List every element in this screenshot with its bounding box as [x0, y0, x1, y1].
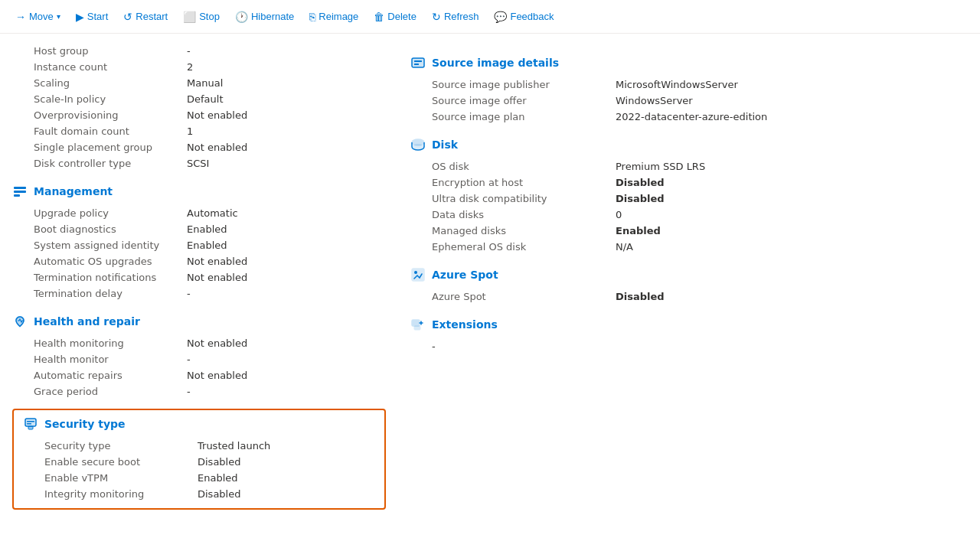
- stop-button[interactable]: ⬜ Stop: [177, 8, 226, 26]
- svg-rect-9: [412, 58, 424, 67]
- azure-spot-title: Azure Spot: [432, 269, 498, 281]
- prop-system-identity: System assigned identity Enabled: [12, 237, 386, 253]
- svg-rect-0: [14, 187, 26, 189]
- start-button[interactable]: ▶ Start: [70, 8, 114, 26]
- start-icon: ▶: [76, 11, 84, 23]
- prop-auto-os-upgrades: Automatic OS upgrades Not enabled: [12, 253, 386, 269]
- refresh-button[interactable]: ↻ Refresh: [426, 8, 485, 26]
- hibernate-button[interactable]: 🕐 Hibernate: [229, 8, 300, 26]
- svg-rect-1: [14, 191, 26, 193]
- management-title: Management: [34, 185, 113, 197]
- prop-encryption-host: Encryption at host Disabled: [410, 174, 968, 191]
- stop-label: Stop: [199, 11, 220, 22]
- azure-spot-header: Azure Spot: [410, 267, 968, 282]
- azure-spot-icon: [410, 267, 426, 282]
- extensions-header: Extensions: [410, 317, 968, 332]
- security-title: Security type: [44, 418, 126, 430]
- prop-integrity-monitoring: Integrity monitoring Disabled: [23, 486, 375, 502]
- health-title: Health and repair: [34, 315, 140, 328]
- prop-scaling: Scaling Manual: [12, 75, 386, 91]
- source-image-icon: [410, 55, 426, 70]
- prop-health-monitor: Health monitor -: [12, 351, 386, 367]
- prop-overprovisioning: Overprovisioning Not enabled: [12, 107, 386, 123]
- prop-disk-controller: Disk controller type SCSI: [12, 155, 386, 171]
- move-button[interactable]: → Move ▾: [9, 8, 67, 26]
- prop-ephemeral-os: Ephemeral OS disk N/A: [410, 239, 968, 255]
- delete-label: Delete: [387, 11, 416, 22]
- delete-icon: 🗑: [374, 11, 384, 23]
- management-section: Management Upgrade policy Automatic Boot…: [12, 184, 386, 302]
- svg-rect-18: [414, 326, 420, 330]
- svg-rect-15: [412, 269, 424, 281]
- prop-host-group: Host group -: [12, 43, 386, 59]
- move-icon: →: [15, 11, 26, 23]
- security-icon: [23, 416, 38, 432]
- toolbar: → Move ▾ ▶ Start ↺ Restart ⬜ Stop 🕐 Hibe…: [0, 0, 980, 34]
- prop-source-offer: Source image offer WindowsServer: [410, 93, 968, 109]
- disk-section: Disk OS disk Premium SSD LRS Encryption …: [410, 137, 968, 255]
- move-chevron: ▾: [57, 12, 60, 21]
- prop-source-plan: Source image plan 2022-datacenter-azure-…: [410, 109, 968, 125]
- extensions-title: Extensions: [432, 318, 498, 331]
- disk-title: Disk: [432, 139, 458, 151]
- prop-upgrade-policy: Upgrade policy Automatic: [12, 205, 386, 221]
- prop-boot-diagnostics: Boot diagnostics Enabled: [12, 221, 386, 237]
- prop-auto-repairs: Automatic repairs Not enabled: [12, 367, 386, 383]
- source-image-section: Source image details Source image publis…: [410, 55, 968, 125]
- start-label: Start: [87, 11, 108, 22]
- prop-vtpm: Enable vTPM Enabled: [23, 470, 375, 486]
- svg-rect-3: [25, 419, 36, 426]
- source-image-title: Source image details: [432, 57, 559, 69]
- right-column: Source image details Source image publis…: [398, 43, 980, 542]
- hibernate-label: Hibernate: [251, 11, 294, 22]
- left-column: Host group - Instance count 2 Scaling Ma…: [0, 43, 398, 542]
- svg-point-14: [412, 144, 424, 150]
- restart-button[interactable]: ↺ Restart: [117, 8, 174, 26]
- prop-health-monitoring: Health monitoring Not enabled: [12, 335, 386, 351]
- disk-header: Disk: [410, 137, 968, 152]
- prop-azure-spot-val: Azure Spot Disabled: [410, 289, 968, 305]
- management-icon: [12, 184, 28, 199]
- health-header: Health and repair: [12, 314, 386, 329]
- prop-source-publisher: Source image publisher MicrosoftWindowsS…: [410, 77, 968, 93]
- stop-icon: ⬜: [183, 11, 196, 23]
- content-area: Host group - Instance count 2 Scaling Ma…: [0, 34, 980, 551]
- extensions-section: Extensions -: [410, 317, 968, 354]
- svg-rect-12: [414, 64, 419, 65]
- move-label: Move: [29, 11, 54, 22]
- refresh-icon: ↻: [432, 11, 441, 23]
- svg-rect-5: [28, 426, 33, 429]
- extensions-icon: [410, 317, 426, 332]
- basic-properties: Host group - Instance count 2 Scaling Ma…: [12, 43, 386, 171]
- azure-spot-section: Azure Spot Azure Spot Disabled: [410, 267, 968, 305]
- svg-rect-17: [412, 320, 420, 326]
- svg-rect-7: [27, 421, 34, 422]
- prop-data-disks: Data disks 0: [410, 207, 968, 223]
- prop-managed-disks: Managed disks Enabled: [410, 223, 968, 239]
- health-section: Health and repair Health monitoring Not …: [12, 314, 386, 399]
- feedback-label: Feedback: [510, 11, 554, 22]
- reimage-button[interactable]: ⎘ Reimage: [303, 8, 364, 26]
- svg-rect-8: [27, 423, 31, 425]
- prop-single-placement: Single placement group Not enabled: [12, 139, 386, 155]
- prop-ultra-disk: Ultra disk compatibility Disabled: [410, 191, 968, 207]
- prop-grace-period: Grace period -: [12, 383, 386, 399]
- prop-security-type: Security type Trusted launch: [23, 438, 375, 454]
- svg-rect-2: [14, 194, 20, 197]
- prop-instance-count: Instance count 2: [12, 59, 386, 75]
- restart-icon: ↺: [123, 11, 132, 23]
- prop-secure-boot: Enable secure boot Disabled: [23, 454, 375, 470]
- hibernate-icon: 🕐: [235, 11, 248, 23]
- management-header: Management: [12, 184, 386, 199]
- security-box: Security type Security type Trusted laun…: [12, 409, 386, 510]
- svg-rect-11: [414, 60, 422, 62]
- prop-scale-in-policy: Scale-In policy Default: [12, 91, 386, 107]
- source-image-header: Source image details: [410, 55, 968, 70]
- delete-button[interactable]: 🗑 Delete: [368, 8, 423, 26]
- feedback-button[interactable]: 💬 Feedback: [488, 8, 560, 26]
- svg-point-16: [414, 271, 417, 274]
- disk-icon: [410, 137, 426, 152]
- reimage-label: Reimage: [318, 11, 358, 22]
- security-header: Security type: [23, 416, 375, 432]
- refresh-label: Refresh: [444, 11, 479, 22]
